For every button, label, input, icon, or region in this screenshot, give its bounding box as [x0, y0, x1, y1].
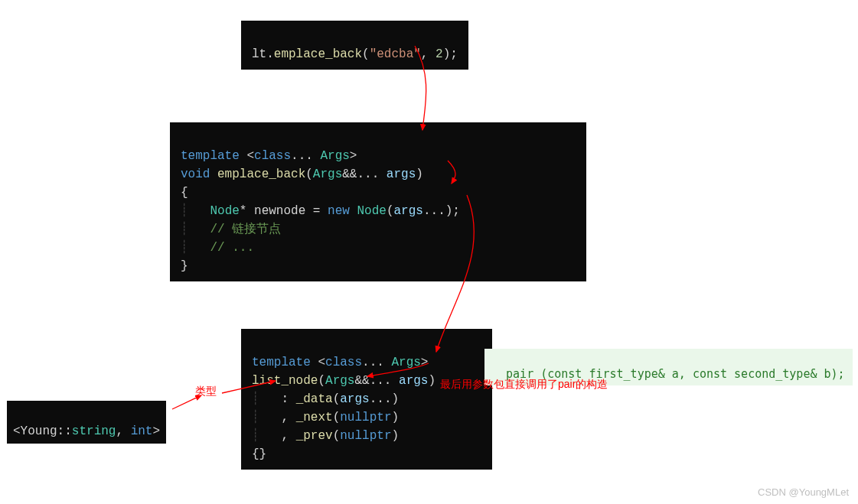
code-line: ┊ , _next(nullptr) [252, 411, 399, 424]
code-line: void emplace_back(Args&&... args) [181, 167, 423, 181]
code-text: <Young::string, int> [13, 424, 160, 438]
code-line: ┊ // ... [181, 241, 254, 255]
code-block-type: <Young::string, int> [7, 401, 166, 444]
annotation-pair-call: 最后用参数包直接调用了pair的构造 [440, 378, 608, 392]
code-line: ┊ // 链接节点 [181, 223, 281, 236]
watermark: CSDN @YoungMLet [758, 486, 849, 498]
code-block-call: lt.emplace_back("edcba", 2); [241, 21, 468, 70]
code-line: ┊ Node* newnode = new Node(args...); [181, 204, 460, 218]
code-line: } [181, 259, 188, 273]
code-line: {} [252, 447, 266, 461]
code-block-list-node: template <class... Args> list_node(Args&… [241, 329, 492, 470]
annotation-type: 类型 [195, 385, 217, 398]
code-line: template <class... Args> [252, 356, 428, 369]
code-line: ┊ : _data(args...) [252, 392, 399, 406]
code-line: ┊ , _prev(nullptr) [252, 429, 399, 443]
code-line: { [181, 186, 188, 200]
code-text: lt.emplace_back("edcba", 2); [252, 47, 458, 61]
code-line: list_node(Args&&... args) [252, 374, 436, 388]
code-line: template <class... Args> [181, 149, 357, 163]
code-block-emplace-back: template <class... Args> void emplace_ba… [170, 122, 586, 281]
